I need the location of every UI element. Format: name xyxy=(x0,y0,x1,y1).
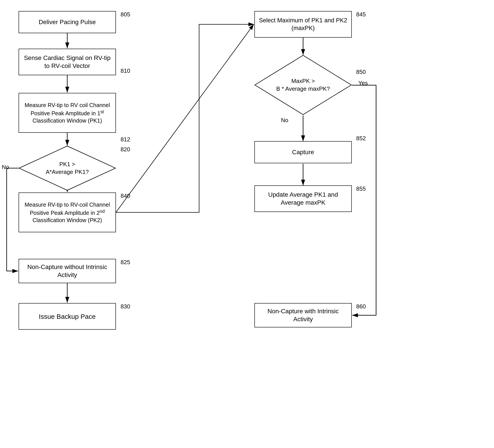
measure-pk1-box: Measure RV-tip to RV coil Channel Positi… xyxy=(19,93,116,133)
measure-pk1-label: Measure RV-tip to RV coil Channel Positi… xyxy=(22,101,112,124)
maxpk-no-label: No xyxy=(281,117,288,124)
select-maximum-label: Select Maximum of PK1 and PK2 (maxPK) xyxy=(258,17,348,32)
maxpk-check-diamond: MaxPK >B * Average maxPK? xyxy=(254,55,352,115)
update-average-box: Update Average PK1 and Average maxPK xyxy=(254,185,352,212)
pk1-no-label: No xyxy=(2,164,9,171)
issue-backup-pace-box: Issue Backup Pace xyxy=(19,303,116,330)
non-capture-with-intrinsic-label: Non-Capture with Intrinsic Activity xyxy=(258,307,348,324)
ref-825: 825 xyxy=(121,259,130,266)
pk1-check-label: PK1 >A*Average PK1? xyxy=(46,160,89,176)
non-capture-no-intrinsic-label: Non-Capture without Intrinsic Activity xyxy=(22,263,112,279)
deliver-pacing-box: Deliver Pacing Pulse xyxy=(19,11,116,33)
sense-cardiac-box: Sense Cardiac Signal on RV-tip to RV-coi… xyxy=(19,49,116,75)
svg-line-5 xyxy=(116,24,254,212)
ref-812: 812 xyxy=(121,136,130,143)
maxpk-yes-label: Yes xyxy=(358,80,368,87)
measure-pk2-box: Measure RV-tip to RV-coil Channel Positi… xyxy=(19,192,116,232)
non-capture-with-intrinsic-box: Non-Capture with Intrinsic Activity xyxy=(254,303,352,327)
ref-852: 852 xyxy=(356,135,366,142)
ref-820: 820 xyxy=(121,146,130,153)
capture-box: Capture xyxy=(254,141,352,163)
ref-845: 845 xyxy=(356,11,366,18)
ref-810: 810 xyxy=(121,67,130,74)
update-average-label: Update Average PK1 and Average maxPK xyxy=(258,191,348,207)
capture-label: Capture xyxy=(292,148,314,156)
ref-805: 805 xyxy=(121,11,130,18)
select-maximum-box: Select Maximum of PK1 and PK2 (maxPK) xyxy=(254,11,352,37)
non-capture-no-intrinsic-box: Non-Capture without Intrinsic Activity xyxy=(19,259,116,283)
ref-855: 855 xyxy=(356,185,366,192)
ref-860: 860 xyxy=(356,303,366,310)
issue-backup-pace-label: Issue Backup Pace xyxy=(39,312,96,321)
deliver-pacing-label: Deliver Pacing Pulse xyxy=(39,18,96,26)
measure-pk2-label: Measure RV-tip to RV-coil Channel Positi… xyxy=(22,201,112,224)
flowchart-diagram: Deliver Pacing Pulse 805 Sense Cardiac S… xyxy=(0,0,494,448)
sense-cardiac-label: Sense Cardiac Signal on RV-tip to RV-coi… xyxy=(22,54,112,70)
ref-840: 840 xyxy=(121,192,130,199)
maxpk-check-label: MaxPK >B * Average maxPK? xyxy=(276,77,330,93)
ref-830: 830 xyxy=(121,303,130,310)
pk1-check-diamond: PK1 >A*Average PK1? xyxy=(19,146,116,191)
ref-850: 850 xyxy=(356,69,366,75)
